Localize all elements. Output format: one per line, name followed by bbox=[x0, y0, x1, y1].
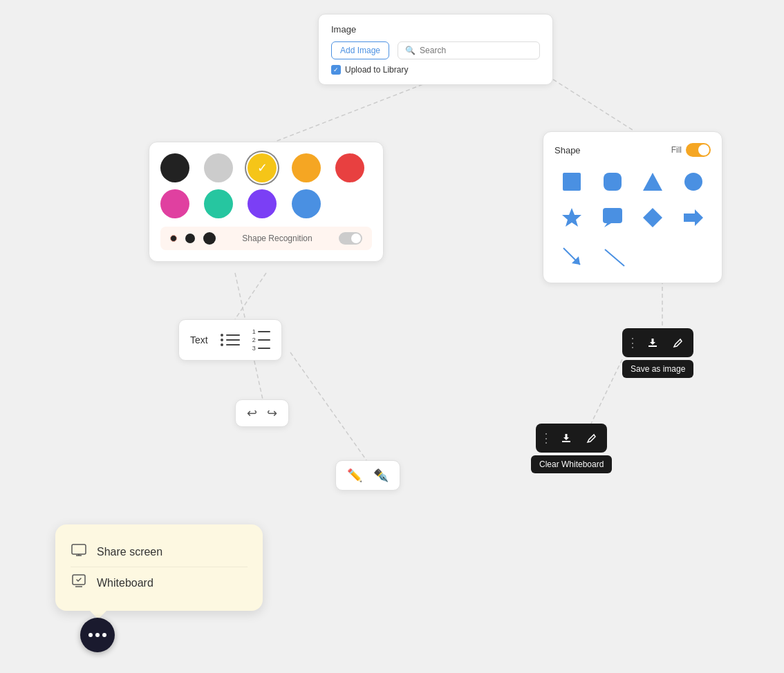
svg-marker-13 bbox=[604, 223, 611, 227]
svg-rect-8 bbox=[604, 173, 622, 191]
svg-rect-19 bbox=[648, 345, 657, 347]
shape-speech-bubble[interactable] bbox=[595, 202, 630, 233]
svg-rect-21 bbox=[72, 544, 86, 554]
svg-rect-20 bbox=[562, 441, 570, 442]
image-panel-title: Image bbox=[331, 24, 540, 35]
clear-whiteboard-toolbar: ⋮ Clear Whiteboard bbox=[531, 424, 612, 473]
download-button-2[interactable] bbox=[554, 426, 578, 450]
whiteboard-label: Whiteboard bbox=[97, 577, 153, 589]
save-as-image-tooltip: Save as image bbox=[622, 360, 693, 378]
stroke-row: Shape Recognition bbox=[160, 227, 372, 250]
search-icon: 🔍 bbox=[405, 46, 416, 55]
color-red[interactable] bbox=[335, 153, 364, 182]
fill-toggle[interactable] bbox=[686, 143, 711, 157]
svg-line-6 bbox=[591, 359, 622, 424]
share-screen-label: Share screen bbox=[97, 546, 162, 558]
shape-grid bbox=[554, 167, 711, 233]
add-image-button[interactable]: Add Image bbox=[331, 41, 389, 59]
color-grid: ✓ bbox=[160, 153, 372, 218]
shape-panel-header: Shape Fill bbox=[554, 143, 711, 157]
more-options-icon-2[interactable]: ⋮ bbox=[540, 430, 553, 446]
color-pink[interactable] bbox=[160, 189, 189, 218]
undo-redo-panel: ↩ ↪ bbox=[235, 399, 289, 427]
shape-line[interactable] bbox=[597, 241, 632, 272]
download-button-1[interactable] bbox=[641, 331, 664, 354]
shape-diagonal-arrow[interactable] bbox=[554, 241, 589, 272]
shape-triangle[interactable] bbox=[635, 167, 670, 197]
svg-rect-7 bbox=[563, 173, 581, 191]
svg-marker-15 bbox=[684, 209, 703, 226]
color-black[interactable] bbox=[160, 153, 189, 182]
shape-circle[interactable] bbox=[676, 167, 711, 197]
shape-arrow[interactable] bbox=[676, 202, 711, 233]
eraser-button-2[interactable] bbox=[579, 426, 603, 450]
share-screen-icon bbox=[71, 544, 87, 560]
upload-label: Upload to Library bbox=[345, 65, 408, 75]
fill-label: Fill bbox=[671, 145, 682, 155]
draw-panel: ✏️ ✒️ bbox=[335, 460, 400, 491]
eraser-button-1[interactable] bbox=[666, 331, 689, 354]
svg-marker-9 bbox=[643, 173, 662, 191]
svg-line-0 bbox=[270, 79, 436, 144]
svg-marker-11 bbox=[562, 208, 581, 227]
eraser-icon[interactable]: ✒️ bbox=[373, 468, 389, 483]
svg-line-4 bbox=[290, 352, 366, 460]
chat-dots-icon bbox=[88, 633, 106, 637]
svg-marker-14 bbox=[643, 208, 662, 227]
stroke-large[interactable] bbox=[203, 232, 216, 245]
save-image-toolbar: ⋮ Save as image bbox=[622, 328, 693, 378]
bullet-list-button[interactable] bbox=[221, 334, 240, 346]
search-box: 🔍 bbox=[398, 41, 540, 59]
search-input[interactable] bbox=[420, 46, 532, 55]
color-gray[interactable] bbox=[204, 153, 233, 182]
stroke-medium[interactable] bbox=[185, 234, 195, 243]
redo-button[interactable]: ↪ bbox=[267, 407, 277, 419]
shape-rounded-rect[interactable] bbox=[595, 167, 630, 197]
svg-line-18 bbox=[605, 249, 624, 266]
shape-star[interactable] bbox=[554, 202, 589, 233]
whiteboard-icon bbox=[71, 574, 87, 591]
color-purple[interactable] bbox=[248, 189, 277, 218]
stroke-sizes bbox=[170, 232, 216, 245]
text-panel: Text 1 2 3 bbox=[178, 319, 282, 361]
color-blue[interactable] bbox=[292, 189, 321, 218]
image-panel: Image Add Image 🔍 ✓ Upload to Library bbox=[318, 14, 553, 85]
shape-square[interactable] bbox=[554, 167, 589, 197]
share-screen-item[interactable]: Share screen bbox=[71, 537, 248, 567]
whiteboard-item[interactable]: Whiteboard bbox=[71, 567, 248, 598]
chat-button[interactable] bbox=[80, 618, 115, 652]
svg-line-1 bbox=[553, 79, 635, 131]
shape-panel: Shape Fill bbox=[543, 131, 722, 283]
fill-row: Fill bbox=[671, 143, 711, 157]
shape-recognition-toggle[interactable] bbox=[339, 232, 362, 245]
color-teal[interactable] bbox=[204, 189, 233, 218]
upload-checkbox[interactable]: ✓ bbox=[331, 65, 341, 75]
undo-button[interactable]: ↩ bbox=[247, 407, 257, 419]
pencil-icon[interactable]: ✏️ bbox=[347, 468, 362, 483]
toolbar-buttons-1: ⋮ bbox=[622, 328, 693, 357]
stroke-small[interactable] bbox=[170, 235, 177, 242]
more-options-icon[interactable]: ⋮ bbox=[626, 335, 640, 350]
shape-rec-label: Shape Recognition bbox=[242, 234, 312, 243]
clear-whiteboard-tooltip: Clear Whiteboard bbox=[531, 455, 612, 473]
toolbar-buttons-2: ⋮ bbox=[536, 424, 607, 453]
color-yellow[interactable]: ✓ bbox=[248, 153, 277, 182]
menu-popup: Share screen Whiteboard bbox=[55, 524, 263, 611]
color-orange[interactable] bbox=[292, 153, 321, 182]
shape-panel-title: Shape bbox=[554, 145, 581, 155]
text-label: Text bbox=[190, 334, 208, 345]
shape-line-row bbox=[554, 238, 711, 272]
color-panel: ✓ Shape Recognition bbox=[149, 142, 384, 262]
svg-line-2 bbox=[235, 273, 266, 319]
shape-diamond[interactable] bbox=[635, 202, 670, 233]
svg-rect-12 bbox=[603, 208, 622, 223]
numbered-list-button[interactable]: 1 2 3 bbox=[252, 328, 270, 352]
svg-point-10 bbox=[684, 173, 702, 191]
